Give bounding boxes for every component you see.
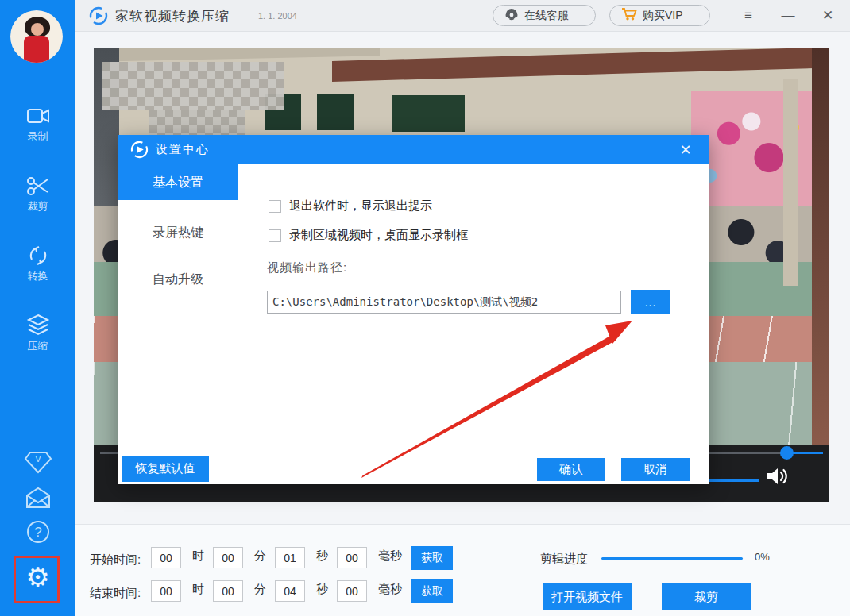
open-video-file-button[interactable]: 打开视频文件 [543,583,632,610]
start-time-label: 开始时间: [90,552,141,568]
buy-vip-button[interactable]: 购买VIP [609,5,710,26]
end-ms-input[interactable] [337,580,367,602]
sidebar-item-label: 裁剪 [0,199,75,214]
compress-layers-icon [0,313,75,337]
second-unit-label: 秒 [316,582,328,597]
user-avatar[interactable] [10,10,63,63]
cancel-button[interactable]: 取消 [621,458,690,481]
avatar-face [31,23,44,36]
app-logo-icon [89,6,108,25]
exit-prompt-checkbox-row: 退出软件时，显示退出提示 [269,198,432,214]
clip-progress-value: 0% [755,551,770,563]
sidebar-item-label: 录制 [0,129,75,144]
start-ms-input[interactable] [337,547,367,568]
confirm-button[interactable]: 确认 [537,458,605,481]
end-second-input[interactable] [275,580,305,602]
cut-scissors-icon [0,173,75,197]
settings-tab-column: 基本设置 录屏热键 自动升级 [118,164,238,484]
cart-icon [621,7,637,24]
convert-arrows-icon [0,243,75,267]
ms-unit-label: 毫秒 [378,549,402,564]
blurred-region [102,62,284,110]
settings-dialog-title: 设置中心 [156,142,210,157]
window-minimize-button[interactable]: — [773,0,803,32]
buy-vip-label: 购买VIP [643,9,683,23]
sidebar-item-cut[interactable]: 裁剪 [0,173,75,214]
record-frame-label: 录制区域视频时，桌面显示录制框 [289,228,468,243]
vip-diamond-icon[interactable]: V [0,449,75,475]
tab-auto-update[interactable]: 自动升级 [118,261,238,297]
start-hour-input[interactable] [151,547,181,568]
output-path-input[interactable] [267,291,621,314]
sidebar-item-record[interactable]: 录制 [0,103,75,144]
record-frame-checkbox-row: 录制区域视频时，桌面显示录制框 [269,228,468,243]
svg-text:?: ? [34,525,41,540]
online-support-button[interactable]: 在线客服 [493,5,596,26]
clip-progress-label: 剪辑进度 [540,552,588,567]
clip-cut-button[interactable]: 裁剪 [662,583,751,610]
clip-progress-bar[interactable] [601,557,743,560]
settings-dialog-titlebar[interactable]: 设置中心 ✕ [118,135,709,164]
tab-record-hotkeys[interactable]: 录屏热键 [118,214,238,250]
app-title: 家软视频转换压缩 [115,7,230,25]
tab-basic-settings[interactable]: 基本设置 [118,164,238,200]
record-camera-icon [0,103,75,127]
browse-path-button[interactable]: ... [631,290,670,314]
window-close-button[interactable]: ✕ [813,0,843,32]
minute-unit-label: 分 [254,549,266,564]
sidebar-item-compress[interactable]: 压缩 [0,313,75,353]
avatar-dress [24,36,49,63]
headset-icon [504,7,519,24]
start-minute-input[interactable] [213,547,243,568]
get-end-time-button[interactable]: 获取 [411,579,453,603]
online-support-label: 在线客服 [524,9,569,23]
speaker-icon[interactable] [765,465,790,491]
sidebar-item-label: 转换 [0,269,75,283]
output-path-label: 视频输出路径: [267,260,347,275]
end-hour-input[interactable] [151,580,181,602]
svg-text:V: V [35,454,41,464]
record-frame-checkbox[interactable] [269,229,281,242]
hour-unit-label: 时 [192,549,204,564]
exit-prompt-checkbox[interactable] [269,200,281,213]
exit-prompt-label: 退出软件时，显示退出提示 [289,198,432,214]
help-icon[interactable]: ? [0,519,75,545]
sidebar-item-label: 压缩 [0,339,75,353]
restore-defaults-button[interactable]: 恢复默认值 [122,456,209,482]
hour-unit-label: 时 [192,582,204,597]
app-version: 1. 1. 2004 [258,11,297,21]
settings-dialog: 设置中心 ✕ 基本设置 录屏热键 自动升级 退出软件时，显示退出提示 录制区域视… [118,135,709,484]
mail-icon[interactable] [0,486,75,510]
end-time-label: 结束时间: [90,586,141,601]
seek-thumb[interactable] [780,446,794,460]
settings-dialog-logo-icon [130,141,149,159]
second-unit-label: 秒 [316,549,328,564]
trim-controls-panel: 开始时间: 时 分 秒 毫秒 获取 结束时间: 时 分 秒 毫秒 获取 剪辑进度… [75,524,850,616]
minute-unit-label: 分 [254,582,266,597]
settings-dialog-close-icon[interactable]: ✕ [674,139,697,161]
banner-pink [691,91,817,212]
sidebar: 录制 裁剪 转换 压缩 V ? ⚙ [0,0,75,616]
start-second-input[interactable] [275,547,305,568]
window-menu-button[interactable]: ≡ [733,0,763,32]
get-start-time-button[interactable]: 获取 [411,546,453,570]
titlebar: 家软视频转换压缩 1. 1. 2004 在线客服 购买VIP ≡ — ✕ [75,0,850,32]
settings-highlight-box [14,556,60,603]
end-minute-input[interactable] [213,580,243,602]
sidebar-item-convert[interactable]: 转换 [0,243,75,283]
ms-unit-label: 毫秒 [378,582,402,597]
